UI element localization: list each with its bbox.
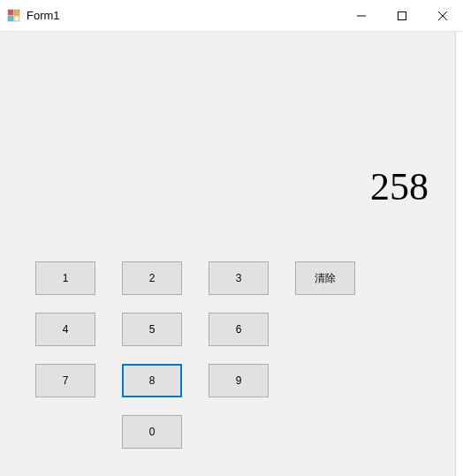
key-row-2: 4 5 6 — [35, 313, 355, 346]
key-0[interactable]: 0 — [122, 415, 182, 449]
key-row-1: 1 2 3 清除 — [35, 261, 355, 295]
window-controls — [341, 0, 463, 31]
key-5[interactable]: 5 — [122, 313, 182, 346]
svg-rect-5 — [398, 12, 406, 20]
key-8[interactable]: 8 — [122, 364, 182, 397]
close-icon — [438, 11, 447, 20]
keypad: 1 2 3 清除 4 5 6 7 8 9 0 — [35, 261, 355, 466]
svg-rect-0 — [8, 10, 13, 15]
key-7[interactable]: 7 — [35, 364, 95, 397]
key-4[interactable]: 4 — [35, 313, 95, 346]
key-1[interactable]: 1 — [35, 261, 95, 295]
window: Form1 258 1 — [0, 0, 463, 476]
key-row-3: 7 8 9 — [35, 364, 355, 397]
clear-button[interactable]: 清除 — [295, 261, 355, 295]
close-button[interactable] — [422, 0, 463, 32]
svg-rect-3 — [14, 16, 19, 21]
key-9[interactable]: 9 — [209, 364, 269, 397]
titlebar: Form1 — [0, 0, 463, 32]
svg-rect-1 — [14, 10, 19, 15]
key-2[interactable]: 2 — [122, 261, 182, 295]
key-3[interactable]: 3 — [209, 261, 269, 295]
key-row-4: 0 — [122, 415, 355, 449]
minimize-button[interactable] — [341, 0, 382, 32]
client-area: 258 1 2 3 清除 4 5 6 7 8 9 0 — [0, 32, 456, 476]
vertical-scrollbar[interactable] — [456, 32, 463, 476]
svg-rect-2 — [8, 16, 13, 21]
display-value: 258 — [370, 164, 429, 209]
minimize-icon — [357, 11, 366, 20]
window-title: Form1 — [27, 9, 341, 22]
maximize-icon — [398, 11, 406, 20]
key-6[interactable]: 6 — [209, 313, 269, 346]
app-icon — [7, 9, 21, 23]
maximize-button[interactable] — [382, 0, 422, 32]
